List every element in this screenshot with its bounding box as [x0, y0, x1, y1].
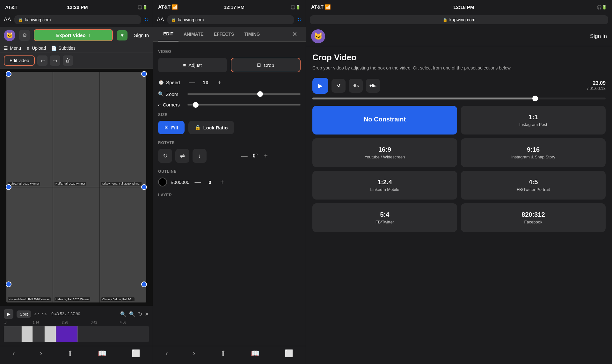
zoom-out-icon[interactable]: 🔍 [120, 311, 127, 317]
handle-tr[interactable] [141, 71, 147, 77]
timeline-track[interactable]: 1 [4, 326, 149, 342]
preset-youtube[interactable]: 16:9 Youtube / Widescreen [312, 138, 457, 167]
aa-left: AA [4, 17, 11, 23]
nav-back-middle[interactable]: ‹ [165, 349, 168, 358]
marker-2: 2:28 [62, 321, 91, 324]
handle-bl[interactable] [6, 281, 11, 287]
adjust-button[interactable]: ≡ Adjust [158, 58, 227, 72]
nav-tabs-middle[interactable]: ⬜ [285, 349, 293, 358]
redo-button[interactable]: ↪ [50, 55, 60, 66]
edit-video-button[interactable]: Edit video [4, 55, 35, 66]
close-tl-icon[interactable]: ✕ [145, 311, 149, 317]
rotate-plus-button[interactable]: + [261, 152, 270, 160]
speed-value: 1X [203, 80, 208, 85]
outline-color-swatch[interactable] [158, 178, 167, 186]
speed-plus-button[interactable]: + [215, 79, 224, 86]
sign-in-left[interactable]: Sign In [134, 33, 149, 38]
url-text-left: kapwing.com [25, 17, 51, 22]
preset-ratio-3: 9:16 [527, 146, 540, 153]
nav-back-left[interactable]: ‹ [12, 349, 15, 358]
export-dropdown-button[interactable]: ▼ [117, 30, 127, 40]
nav-share-left[interactable]: ⬆ [67, 349, 73, 358]
nav-fwd-middle[interactable]: › [193, 349, 195, 358]
url-pill-right[interactable]: 🔒 kapwing.com [310, 15, 608, 24]
clip-2[interactable] [21, 326, 33, 342]
split-button[interactable]: Split [17, 310, 31, 318]
tab-animate[interactable]: ANIMATE [178, 27, 209, 41]
preset-linkedin[interactable]: 1:2.4 LinkedIn Mobile [312, 171, 457, 200]
close-panel-button[interactable]: ✕ [289, 27, 301, 41]
zoom-in-icon[interactable]: 🔍 [129, 311, 135, 317]
tab-edit[interactable]: EDIT [158, 27, 178, 41]
lock-icon-left: 🔒 [18, 18, 23, 22]
corners-slider[interactable] [187, 104, 301, 106]
flip-v-button[interactable]: ↕ [193, 149, 207, 163]
time-left: 12:20 PM [67, 4, 88, 10]
nav-tabs-left[interactable]: ⬜ [132, 349, 140, 358]
nav-share-middle[interactable]: ⬆ [220, 349, 226, 358]
nav-book-left[interactable]: 📖 [98, 349, 106, 358]
undo-button[interactable]: ↩ [37, 55, 47, 66]
url-pill-middle[interactable]: 🔒 kapwing.com [167, 15, 294, 24]
handle-mr[interactable] [141, 184, 147, 190]
preset-fb-twitter[interactable]: 5:4 FB/Twitter [312, 203, 457, 232]
lock-ratio-label: Lock Ratio [203, 125, 228, 130]
nav-fwd-left[interactable]: › [40, 349, 42, 358]
export-video-button[interactable]: Export Video ↑ [34, 29, 113, 41]
rotate-cw-button[interactable]: ↻ [158, 149, 172, 163]
flip-h-button[interactable]: ⇌ [175, 149, 189, 163]
subtitles-nav[interactable]: 📄 Subtitles [51, 46, 76, 51]
play-button-timeline[interactable]: ▶ [4, 309, 13, 319]
preset-fb-twitter-portrait[interactable]: 4:5 FB/Twitter Portrait [461, 171, 606, 200]
handle-tl[interactable] [6, 71, 11, 77]
play-button-crop[interactable]: ▶ [312, 78, 328, 94]
redo-icon-tl[interactable]: ↪ [42, 310, 47, 317]
thumb-2: Neffy, Fall 2020 Winner [53, 72, 99, 187]
clip-3[interactable] [33, 326, 44, 342]
aa-middle: AA [157, 17, 164, 23]
crop-label: Crop [264, 62, 274, 68]
menu-nav[interactable]: ☰ Menu [4, 46, 21, 51]
marker-1: 1:14 [33, 321, 62, 324]
thumb-label-3: Mikey Pena, Fall 2020 Winn... [101, 182, 142, 186]
clip-4[interactable] [44, 326, 56, 342]
url-pill-left[interactable]: 🔒 kapwing.com [14, 15, 141, 24]
skip-back-button[interactable]: -5s [349, 79, 363, 93]
outline-plus-button[interactable]: + [218, 178, 227, 186]
outline-minus-button[interactable]: — [193, 178, 202, 186]
rotate-tl-icon[interactable]: ↻ [138, 311, 142, 317]
preset-no-constraint[interactable]: No Constraint [312, 106, 457, 135]
upload-label: Upload [32, 46, 46, 51]
crop-button[interactable]: ⊡ Crop [231, 58, 301, 72]
progress-thumb[interactable] [532, 96, 538, 101]
delete-button[interactable]: 🗑 [63, 55, 73, 66]
preset-facebook[interactable]: 820:312 Facebook [461, 203, 606, 232]
handle-ml[interactable] [6, 184, 11, 190]
undo-icon-tl[interactable]: ↩ [34, 310, 39, 317]
rewind-button[interactable]: ↺ [332, 79, 346, 93]
split-label: Split [20, 312, 28, 317]
handle-br[interactable] [141, 281, 147, 287]
fill-button[interactable]: ⊡ Fill [158, 121, 185, 134]
preset-instagram-story[interactable]: 9:16 Instagram & Snap Story [461, 138, 606, 167]
progress-bar-crop[interactable] [312, 98, 606, 99]
clip-1[interactable] [4, 326, 21, 342]
refresh-btn-middle[interactable]: ↻ [297, 16, 302, 23]
sign-in-right[interactable]: Sign In [590, 33, 607, 40]
tab-effects[interactable]: EFFECTS [209, 27, 239, 41]
preset-instagram-post[interactable]: 1:1 Instagram Post [461, 106, 606, 135]
gear-btn[interactable]: ⚙ [19, 30, 30, 41]
preset-ratio-1: 1:1 [529, 113, 538, 121]
refresh-btn-left[interactable]: ↻ [144, 16, 149, 23]
speed-minus-button[interactable]: — [187, 79, 196, 86]
upload-nav[interactable]: ⬆ Upload [26, 46, 46, 51]
lock-ratio-button[interactable]: 🔒 Lock Ratio [188, 121, 234, 134]
skip-fwd-button[interactable]: +5s [366, 79, 380, 93]
menu-label: Menu [10, 46, 21, 51]
rotate-minus-button[interactable]: — [240, 152, 249, 160]
browser-nav-left: ‹ › ⬆ 📖 ⬜ [0, 346, 153, 364]
zoom-slider[interactable] [187, 93, 301, 95]
tab-timing[interactable]: TIMING [239, 27, 265, 41]
clip-5[interactable] [56, 326, 78, 342]
nav-book-middle[interactable]: 📖 [251, 349, 259, 358]
